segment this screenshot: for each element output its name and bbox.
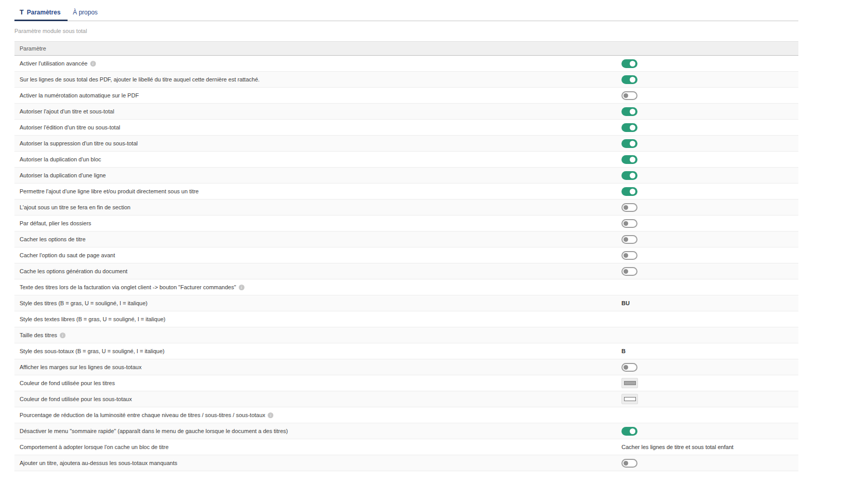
param-value: Cacher les lignes de titre et sous total… [621,444,733,450]
param-label: Autoriser la duplication d'un bloc [20,156,101,162]
param-label: Sur les lignes de sous total des PDF, aj… [20,76,259,82]
table-row: Style des textes libres (B = gras, U = s… [14,311,798,327]
param-label: Autoriser l'ajout d'un titre et sous-tot… [20,108,114,114]
table-row: Autoriser la duplication d'une ligne [14,168,798,184]
table-row: Style des sous-totaux (B = gras, U = sou… [14,343,798,359]
param-label: Taille des titres [20,332,57,338]
param-value: B [621,348,626,354]
toggle-switch[interactable] [621,171,637,180]
table-row: Texte des titres lors de la facturation … [14,279,798,295]
toggle-knob [624,237,628,242]
tab-divider [14,21,798,21]
table-row: Autoriser l'édition d'un titre ou sous-t… [14,120,798,136]
param-label: L'ajout sous un titre se fera en fin de … [20,204,130,210]
table-body: Activer l'utilisation avancéeiSur les li… [14,56,798,471]
toggle-switch[interactable] [621,155,637,164]
toggle-knob [630,141,635,146]
toggle-switch[interactable] [621,123,637,132]
param-label: Style des sous-totaux (B = gras, U = sou… [20,348,165,354]
info-icon[interactable]: i [90,61,96,67]
toggle-knob [624,93,628,98]
toggle-knob [630,157,635,162]
param-label: Autoriser la suppression d'un titre ou s… [20,140,138,146]
toggle-switch[interactable] [621,75,637,84]
param-label: Désactiver le menu "sommaire rapide" (ap… [20,428,288,434]
param-label: Couleur de fond utilisée pour les sous-t… [20,396,132,402]
param-label: Par défaut, plier les dossiers [20,220,91,226]
color-picker-button[interactable] [621,394,638,404]
param-label: Afficher les marges sur les lignes de so… [20,364,141,370]
settings-page: T Paramètres À propos Paramètre module s… [0,0,868,471]
param-label: Pourcentage de réduction de la luminosit… [20,412,265,418]
param-label: Autoriser l'édition d'un titre ou sous-t… [20,124,120,130]
toggle-switch[interactable] [621,107,637,116]
info-icon[interactable]: i [268,412,273,418]
parameters-table: Paramètre Activer l'utilisation avancéei… [14,41,798,471]
toggle-switch[interactable] [621,267,637,276]
table-row: Activer l'utilisation avancéei [14,56,798,72]
toggle-switch[interactable] [621,219,637,228]
table-row: Désactiver le menu "sommaire rapide" (ap… [14,423,798,439]
toggle-knob [624,253,628,258]
param-label: Style des textes libres (B = gras, U = s… [20,316,166,322]
param-label: Style des titres (B = gras, U = souligné… [20,300,148,306]
table-row: Cache les options génération du document [14,263,798,279]
page-subtitle: Paramètre module sous total [14,28,798,34]
param-label: Texte des titres lors de la facturation … [20,284,236,290]
info-icon[interactable]: i [239,285,244,290]
toggle-switch[interactable] [621,459,637,468]
param-label: Couleur de fond utilisée pour les titres [20,380,115,386]
table-row: Taille des titresi [14,327,798,343]
table-row: Cacher les options de titre [14,231,798,247]
toggle-knob [624,205,628,210]
table-header: Paramètre [14,42,798,56]
toggle-switch[interactable] [621,91,637,100]
param-label: Autoriser la duplication d'une ligne [20,172,106,178]
tab-bar: T Paramètres À propos [14,4,798,21]
toggle-knob [630,189,635,194]
table-row: L'ajout sous un titre se fera en fin de … [14,200,798,216]
module-picto-icon: T [20,8,24,16]
toggle-knob [630,173,635,178]
color-swatch [624,381,636,385]
param-label: Cacher l'option du saut de page avant [20,252,115,258]
info-icon[interactable]: i [60,333,65,338]
toggle-knob [624,269,628,274]
tab-parametres[interactable]: T Paramètres [14,8,68,21]
table-row: Pourcentage de réduction de la luminosit… [14,407,798,423]
toggle-knob [630,77,635,82]
toggle-switch[interactable] [621,251,637,260]
toggle-knob [630,109,635,114]
toggle-knob [630,125,635,130]
table-row: Style des titres (B = gras, U = souligné… [14,295,798,311]
toggle-switch[interactable] [621,235,637,244]
param-label: Ajouter un titre, ajoutera au-dessus les… [20,460,177,466]
toggle-switch[interactable] [621,203,637,212]
toggle-knob [624,461,628,466]
toggle-switch[interactable] [621,427,637,436]
toggle-switch[interactable] [621,59,637,68]
toggle-knob [624,365,628,370]
table-row: Sur les lignes de sous total des PDF, aj… [14,72,798,88]
toggle-switch[interactable] [621,187,637,196]
param-label: Permettre l'ajout d'une ligne libre et/o… [20,188,199,194]
table-row: Ajouter un titre, ajoutera au-dessus les… [14,455,798,471]
color-picker-button[interactable] [621,378,638,388]
tab-label: Paramètres [27,9,60,16]
table-row: Autoriser l'ajout d'un titre et sous-tot… [14,104,798,120]
toggle-switch[interactable] [621,139,637,148]
tab-a-propos[interactable]: À propos [68,9,105,21]
table-row: Autoriser la duplication d'un bloc [14,152,798,168]
toggle-knob [630,428,635,434]
param-label: Cacher les options de titre [20,236,86,242]
table-row: Activer la numérotation automatique sur … [14,88,798,104]
table-row: Couleur de fond utilisée pour les titres [14,375,798,391]
toggle-knob [630,61,635,67]
table-row: Comportement à adopter lorsque l'on cach… [14,439,798,455]
toggle-knob [624,221,628,226]
table-row: Autoriser la suppression d'un titre ou s… [14,136,798,152]
param-label: Activer la numérotation automatique sur … [20,92,139,98]
param-label: Comportement à adopter lorsque l'on cach… [20,444,169,450]
table-row: Afficher les marges sur les lignes de so… [14,359,798,375]
toggle-switch[interactable] [621,363,637,372]
